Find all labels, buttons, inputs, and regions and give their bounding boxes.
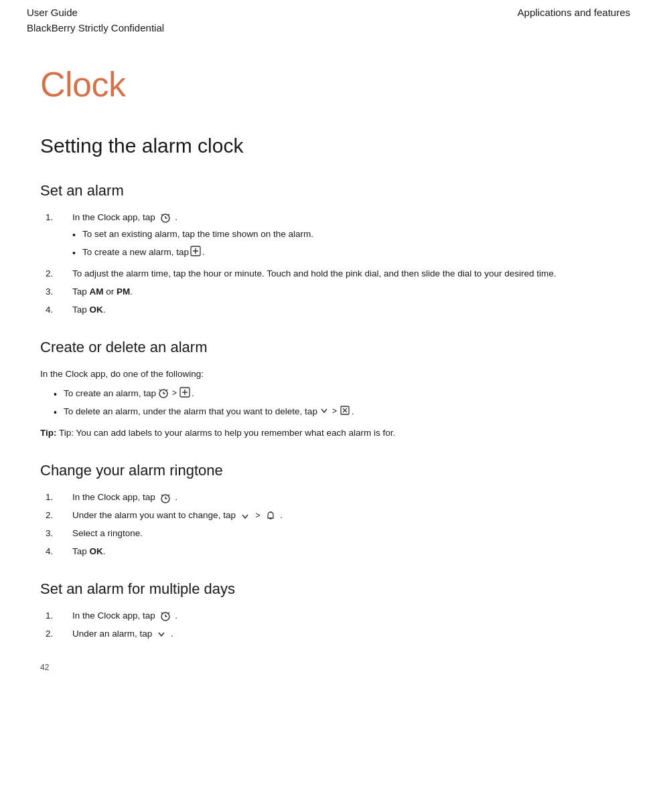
- svg-line-3: [161, 214, 163, 216]
- multiple-days-steps: 1. In the Clock app, tap . 2. Under an a…: [40, 609, 617, 641]
- alarm-clock-icon-2: [157, 387, 169, 399]
- step-2-text: To adjust the alarm time, tap the hour o…: [72, 267, 617, 281]
- multiple-days-step-1-text: In the Clock app, tap .: [72, 609, 617, 623]
- header-left-line1: User Guide: [27, 5, 164, 21]
- ringtone-steps: 1. In the Clock app, tap . 2. Under the …: [40, 491, 617, 559]
- tip-label: Tip:: [40, 428, 57, 438]
- create-delete-bullets: To create an alarm, tap > . To delete an…: [54, 387, 617, 420]
- svg-line-30: [161, 613, 163, 614]
- ringtone-step-num-1: 1.: [40, 491, 72, 505]
- chevron-down-icon-2: [240, 511, 250, 521]
- step-4-text: Tap OK.: [72, 303, 617, 317]
- tip-content: Tip: You can add labels to your alarms t…: [59, 428, 395, 438]
- ringtone-step-num-2: 2.: [40, 509, 72, 523]
- svg-line-22: [161, 495, 163, 496]
- ringtone-step-num-3: 3.: [40, 527, 72, 541]
- alarm-clock-icon-1: [159, 212, 171, 224]
- subsection-title-ringtone: Change your alarm ringtone: [40, 459, 617, 481]
- multiple-days-step-2-text: Under an alarm, tap .: [72, 627, 617, 641]
- subsection-title-set-alarm: Set an alarm: [40, 179, 617, 201]
- header-left-line2: BlackBerry Strictly Confidential: [27, 21, 164, 36]
- step-number-2: 2.: [40, 267, 72, 281]
- step-1-bullets: To set an existing alarm, tap the time s…: [72, 228, 617, 260]
- ringtone-step-2: 2. Under the alarm you want to change, t…: [40, 509, 617, 523]
- section-title-alarm-clock: Setting the alarm clock: [40, 131, 617, 161]
- subsection-title-create-delete: Create or delete an alarm: [40, 336, 617, 358]
- step-1-text: In the Clock app, tap . To set an existi…: [72, 211, 617, 263]
- ringtone-step-4: 4. Tap OK.: [40, 545, 617, 559]
- set-alarm-step-4: 4. Tap OK.: [40, 303, 617, 317]
- svg-line-4: [167, 214, 169, 216]
- step-number-3: 3.: [40, 285, 72, 299]
- multiple-days-step-num-2: 2.: [40, 627, 72, 641]
- step-3-text: Tap AM or PM.: [72, 285, 617, 299]
- chevron-down-icon-3: [156, 629, 167, 639]
- chevron-down-icon-1: [319, 405, 330, 416]
- ringtone-step-1: 1. In the Clock app, tap .: [40, 491, 617, 505]
- ringtone-step-3-text: Select a ringtone.: [72, 527, 617, 541]
- svg-line-23: [167, 495, 169, 496]
- subsection-title-multiple-days: Set an alarm for multiple days: [40, 578, 617, 600]
- bullet-delete-alarm: To delete an alarm, under the alarm that…: [54, 405, 617, 420]
- bullet-create-alarm: To create an alarm, tap > .: [54, 387, 617, 402]
- multiple-days-step-2: 2. Under an alarm, tap .: [40, 627, 617, 641]
- ringtone-step-4-text: Tap OK.: [72, 545, 617, 559]
- set-alarm-step-2: 2. To adjust the alarm time, tap the hou…: [40, 267, 617, 281]
- step-number-4: 4.: [40, 303, 72, 317]
- step-number-1: 1.: [40, 211, 72, 263]
- main-content: Clock Setting the alarm clock Set an ala…: [0, 38, 657, 700]
- ringtone-step-1-text: In the Clock app, tap .: [72, 491, 617, 505]
- ringtone-step-2-text: Under the alarm you want to change, tap …: [72, 509, 617, 523]
- plus-icon-2: [179, 387, 190, 398]
- plus-icon-1: [190, 246, 201, 256]
- tip-text: Tip: Tip: You can add labels to your ala…: [40, 426, 617, 440]
- ringtone-step-3: 3. Select a ringtone.: [40, 527, 617, 541]
- page-number: 42: [40, 661, 617, 673]
- header-right: Applications and features: [518, 5, 630, 21]
- page-title: Clock: [40, 58, 617, 110]
- set-alarm-steps: 1. In the Clock app, tap . To set an exi…: [40, 211, 617, 317]
- trash-icon-1: [340, 405, 350, 416]
- page-header: User Guide BlackBerry Strictly Confident…: [0, 0, 657, 38]
- create-delete-intro: In the Clock app, do one of the followin…: [40, 368, 617, 382]
- svg-line-12: [165, 390, 167, 391]
- bullet-create-new: To create a new alarm, tap .: [72, 246, 617, 261]
- svg-line-31: [167, 613, 169, 614]
- alarm-clock-icon-4: [159, 610, 171, 622]
- alarm-clock-icon-3: [159, 492, 171, 504]
- bell-icon-1: [265, 511, 276, 521]
- svg-line-11: [159, 390, 161, 391]
- set-alarm-step-1: 1. In the Clock app, tap . To set an exi…: [40, 211, 617, 263]
- multiple-days-step-num-1: 1.: [40, 609, 72, 623]
- bullet-set-existing: To set an existing alarm, tap the time s…: [72, 228, 617, 243]
- ringtone-step-num-4: 4.: [40, 545, 72, 559]
- multiple-days-step-1: 1. In the Clock app, tap .: [40, 609, 617, 623]
- header-left: User Guide BlackBerry Strictly Confident…: [27, 5, 164, 35]
- set-alarm-step-3: 3. Tap AM or PM.: [40, 285, 617, 299]
